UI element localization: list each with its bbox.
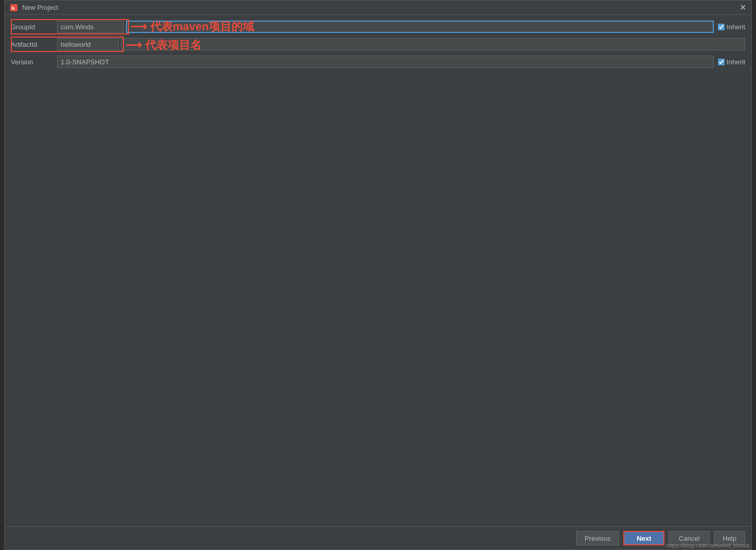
version-inherit: Inherit <box>718 58 745 66</box>
dialog-footer: Previous Next Cancel Help <box>5 526 751 549</box>
close-button[interactable]: ✕ <box>740 4 746 12</box>
watermark: https://blog.csdn.net/wind_biscuit <box>667 542 749 548</box>
svg-text:N: N <box>11 6 15 11</box>
dialog-title: New Project <box>22 4 735 11</box>
version-inherit-checkbox[interactable] <box>718 59 725 65</box>
groupid-row: GroupId Inherit <box>11 19 745 34</box>
version-input[interactable] <box>57 56 714 68</box>
groupid-inherit-label: Inherit <box>727 23 745 31</box>
dialog-body: GroupId Inherit ⟶ 代表maven项目的域 <box>5 15 751 526</box>
artifactid-input[interactable] <box>57 38 119 50</box>
artifactid-row: ArtifactId <box>11 37 745 52</box>
new-project-dialog: N New Project ✕ GroupId Inherit <box>4 0 752 550</box>
artifactid-label: ArtifactId <box>11 41 57 48</box>
version-inherit-label: Inherit <box>727 58 745 66</box>
app-icon: N <box>10 4 18 12</box>
groupid-inherit-checkbox[interactable] <box>718 24 725 30</box>
groupid-label: GroupId <box>11 23 57 31</box>
groupid-inherit: Inherit <box>718 23 745 31</box>
version-row: Version Inherit <box>11 54 745 69</box>
next-button[interactable]: Next <box>623 531 664 545</box>
groupid-input[interactable] <box>57 21 124 33</box>
previous-button[interactable]: Previous <box>576 531 620 545</box>
dialog-titlebar: N New Project ✕ <box>5 1 751 15</box>
version-label: Version <box>11 58 57 66</box>
